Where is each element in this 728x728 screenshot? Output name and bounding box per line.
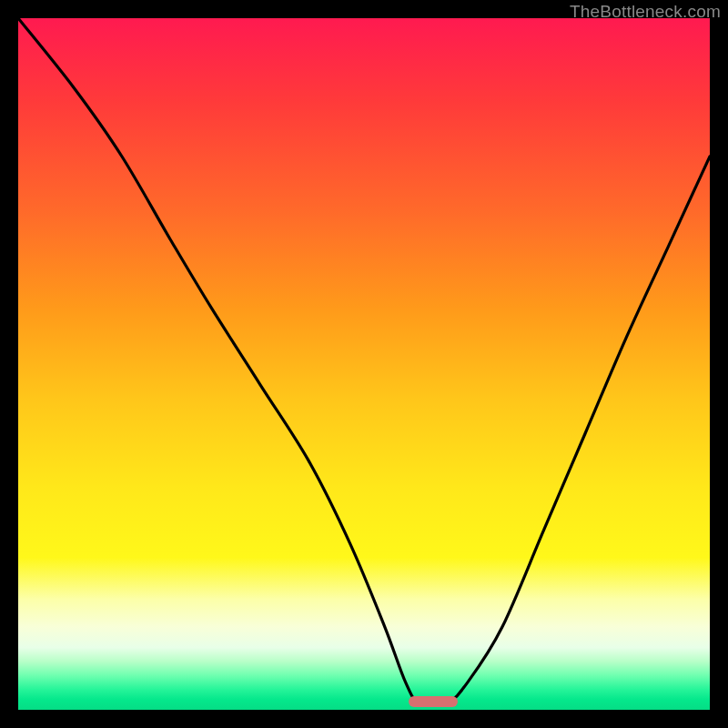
chart-frame: TheBottleneck.com [0, 0, 728, 728]
optimal-marker [409, 696, 457, 707]
bottleneck-curve [18, 18, 710, 710]
plot-area [18, 18, 710, 710]
